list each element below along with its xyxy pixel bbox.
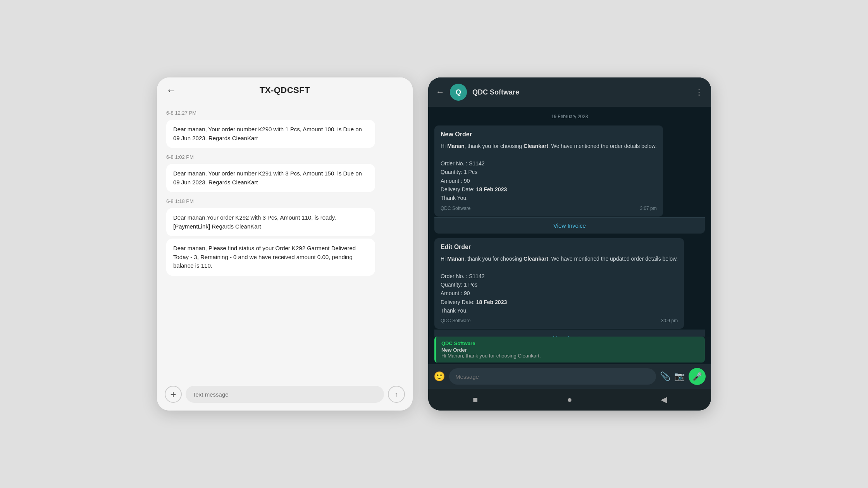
wa-bubble-2: Edit Order Hi Manan, thank you for choos…	[434, 238, 684, 329]
wa-messages-list: 19 February 2023 New Order Hi Manan, tha…	[428, 107, 711, 337]
sms-timestamp-1: 6-8 12:27 PM	[166, 110, 403, 116]
wa-qty-2: 1 Pcs	[464, 282, 477, 288]
wa-reply-preview-header: QDC Software	[441, 340, 699, 346]
wa-sender-1: QDC Software	[441, 206, 470, 211]
wa-time-2: 3:09 pm	[661, 318, 678, 323]
wa-bubble-1-title: New Order	[441, 131, 657, 138]
wa-greeting-2: , thank you for choosing	[464, 143, 524, 149]
sms-input-bar: + ↑	[157, 381, 413, 411]
wa-greeting-3: . We have mentioned the order details be…	[548, 143, 657, 149]
wa-greeting-1: Hi	[441, 143, 447, 149]
wa-bubble-1-body: Hi Manan, thank you for choosing Cleanka…	[441, 142, 657, 203]
wa-bubble-2-title: Edit Order	[441, 244, 678, 251]
sms-bubble-1: Dear manan, Your order number K290 with …	[166, 120, 375, 148]
wa-message-2-wrapper: Edit Order Hi Manan, thank you for choos…	[434, 238, 705, 337]
wa-sender-2: QDC Software	[441, 318, 470, 323]
wa-delivery-label-2: Delivery Date:	[441, 299, 476, 305]
wa-reply-preview-subheader: New Order	[441, 347, 699, 353]
wa-order-no-label-2: Order No. :	[441, 273, 469, 279]
wa-camera-icon[interactable]: 📷	[674, 371, 685, 381]
wa-nav-bar: ■ ● ◀	[428, 389, 711, 411]
wa-bubble-1-footer: QDC Software 3:07 pm	[441, 206, 657, 211]
sms-timestamp-3: 6-8 1:18 PM	[166, 198, 403, 204]
wa-time-1: 3:07 pm	[640, 206, 656, 211]
wa-nav-home-button[interactable]: ●	[563, 393, 577, 407]
sms-phone: ← TX-QDCSFT 6-8 12:27 PM Dear manan, You…	[157, 77, 413, 411]
sms-timestamp-2: 6-8 1:02 PM	[166, 154, 403, 160]
wa-qty-label-2: Quantity:	[441, 282, 464, 288]
wa-order-no-1: S1142	[469, 160, 484, 167]
wa-date-separator: 19 February 2023	[434, 111, 705, 121]
wa-message-1-wrapper: New Order Hi Manan, thank you for choosi…	[434, 125, 705, 234]
wa-brand-2: Cleankart	[524, 256, 548, 262]
wa-reply-preview: QDC Software New Order Hi Manan, thank y…	[434, 337, 705, 363]
wa-contact-name: QDC Software	[472, 88, 689, 96]
wa-header: ← Q QDC Software ⋮	[428, 77, 711, 107]
sms-header: ← TX-QDCSFT	[157, 77, 413, 101]
wa-input-bar: 🙂 📎 📷 🎤	[428, 364, 711, 389]
wa-delivery-date-1: 18 Feb 2023	[476, 186, 507, 192]
wa-delivery-label-1: Delivery Date:	[441, 186, 476, 192]
wa-order-no-label-1: Order No. :	[441, 160, 469, 167]
wa-thanks-2: Thank You.	[441, 308, 468, 314]
avatar: Q	[450, 84, 467, 101]
wa-message-input[interactable]	[449, 368, 656, 385]
sms-add-button[interactable]: +	[165, 386, 182, 403]
wa-qty-label-1: Quantity:	[441, 169, 464, 175]
wa-reply-preview-text: Hi Manan, thank you for choosing Cleanka…	[441, 353, 699, 359]
sms-back-icon[interactable]: ←	[166, 84, 176, 96]
wa-emoji-button[interactable]: 🙂	[434, 371, 445, 382]
sms-text-input[interactable]	[186, 386, 384, 403]
sms-send-button[interactable]: ↑	[388, 386, 405, 403]
wa-name-2: Manan	[447, 256, 464, 262]
wa-brand-1: Cleankart	[524, 143, 548, 149]
wa-order-no-2: S1142	[469, 273, 484, 279]
wa-amount-1: 90	[464, 178, 470, 184]
wa-nav-back-button[interactable]: ◀	[657, 393, 671, 407]
wa-bubble-2-footer: QDC Software 3:09 pm	[441, 318, 678, 323]
wa-mic-icon: 🎤	[692, 372, 702, 381]
wa-qty-1: 1 Pcs	[464, 169, 477, 175]
wa-amount-label-1: Amount :	[441, 178, 464, 184]
wa-greeting-2c: . We have mentioned the updated order de…	[548, 256, 678, 262]
sms-bubble-4: Dear manan, Please find status of your O…	[166, 239, 375, 276]
sms-bubble-3: Dear manan,Your order K292 with 3 Pcs, A…	[166, 208, 375, 236]
wa-view-invoice-button-2[interactable]: View Invoice	[434, 330, 705, 337]
wa-view-invoice-button-1[interactable]: View Invoice	[434, 217, 705, 234]
wa-mic-button[interactable]: 🎤	[689, 368, 706, 385]
wa-menu-icon[interactable]: ⋮	[695, 87, 703, 97]
wa-amount-2: 90	[464, 290, 470, 296]
wa-thanks-1: Thank You.	[441, 195, 468, 201]
wa-attach-icon[interactable]: 📎	[660, 371, 670, 381]
wa-bubble-2-body: Hi Manan, thank you for choosing Cleanka…	[441, 254, 678, 315]
wa-greeting-2b: , thank you for choosing	[464, 256, 524, 262]
wa-bubble-1: New Order Hi Manan, thank you for choosi…	[434, 125, 663, 217]
sms-messages-list: 6-8 12:27 PM Dear manan, Your order numb…	[157, 101, 413, 381]
sms-title: TX-QDCSFT	[260, 85, 310, 95]
wa-amount-label-2: Amount :	[441, 290, 464, 296]
wa-back-icon[interactable]: ←	[436, 87, 444, 97]
sms-bubble-2: Dear manan, Your order number K291 with …	[166, 164, 375, 192]
wa-greeting-2a: Hi	[441, 256, 447, 262]
wa-nav-square-button[interactable]: ■	[468, 393, 482, 407]
whatsapp-phone: ← Q QDC Software ⋮ 19 February 2023 New …	[428, 77, 711, 411]
wa-name-1: Manan	[447, 143, 464, 149]
wa-delivery-date-2: 18 Feb 2023	[476, 299, 507, 305]
